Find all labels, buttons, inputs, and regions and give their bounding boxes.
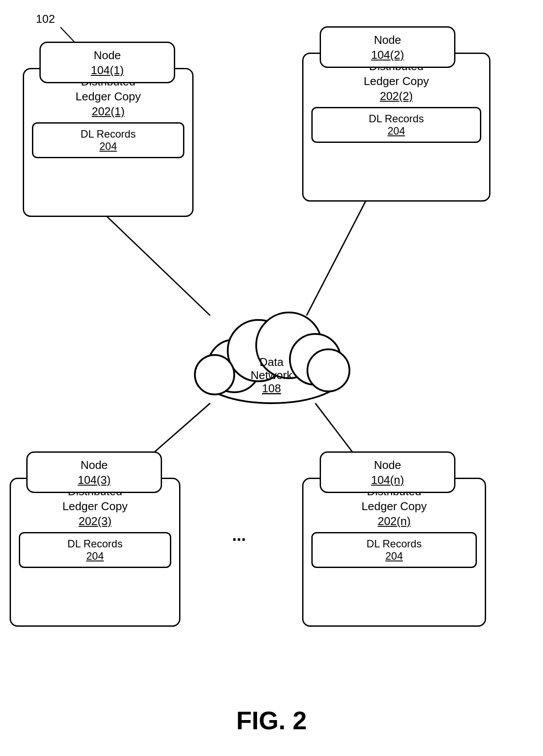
svg-text:Data: Data xyxy=(260,355,284,369)
dl-records3-ref: 204 xyxy=(24,550,166,562)
node4-box: Node104(n) xyxy=(320,451,455,493)
fig-label: FIG. 2 xyxy=(236,706,307,735)
node2-label: Node104(2) xyxy=(321,28,454,66)
node2-box: Node104(2) xyxy=(320,26,455,68)
ellipsis-label: ... xyxy=(232,526,246,545)
ref-102-label: 102 xyxy=(36,12,55,26)
dl-records2-box: DL Records 204 xyxy=(311,107,481,143)
node3-label: Node104(3) xyxy=(28,453,161,491)
node4-ref: 104(n) xyxy=(371,473,404,486)
cloud-svg: Data Network 108 xyxy=(171,298,372,412)
ledger3-box: DistributedLedger Copy202(3) DL Records … xyxy=(10,478,180,627)
ledger3-ref: 202(3) xyxy=(78,515,111,528)
dl-records1-ref: 204 xyxy=(37,140,180,153)
svg-text:108: 108 xyxy=(262,382,281,395)
dl-records1-label: DL Records xyxy=(37,128,180,140)
node3-box: Node104(3) xyxy=(26,451,162,493)
dl-records4-box: DL Records 204 xyxy=(311,532,477,568)
svg-point-11 xyxy=(307,349,349,391)
diagram-container: 102 Node104(1) DistributedLedger Copy202… xyxy=(0,0,543,756)
svg-text:Network: Network xyxy=(250,369,293,382)
cloud-container: Data Network 108 xyxy=(171,298,372,412)
node1-label: Node104(1) xyxy=(41,43,174,82)
dl-records3-box: DL Records 204 xyxy=(19,532,171,568)
dl-records4-label: DL Records xyxy=(316,538,472,550)
ledger2-box: DistributedLedger Copy202(2) DL Records … xyxy=(302,53,490,202)
ledger1-box: DistributedLedger Copy202(1) DL Records … xyxy=(23,68,194,217)
dl-records2-label: DL Records xyxy=(316,113,476,125)
node4-label: Node104(n) xyxy=(321,453,454,491)
node1-box: Node104(1) xyxy=(39,42,175,83)
dl-records1-box: DL Records 204 xyxy=(32,122,184,158)
node2-ref: 104(2) xyxy=(371,48,404,61)
svg-line-3 xyxy=(307,188,372,316)
dl-records4-ref: 204 xyxy=(316,550,472,562)
node1-ref: 104(1) xyxy=(91,64,123,77)
dl-records2-ref: 204 xyxy=(316,125,476,137)
dl-records3-label: DL Records xyxy=(24,538,166,550)
ledger4-ref: 202(n) xyxy=(377,515,410,528)
node3-ref: 104(3) xyxy=(78,473,110,486)
ledger2-ref: 202(2) xyxy=(380,89,413,103)
ledger1-ref: 202(1) xyxy=(92,105,124,118)
svg-point-12 xyxy=(195,355,234,394)
ledger4-box: DistributedLedger Copy202(n) DL Records … xyxy=(302,478,486,627)
